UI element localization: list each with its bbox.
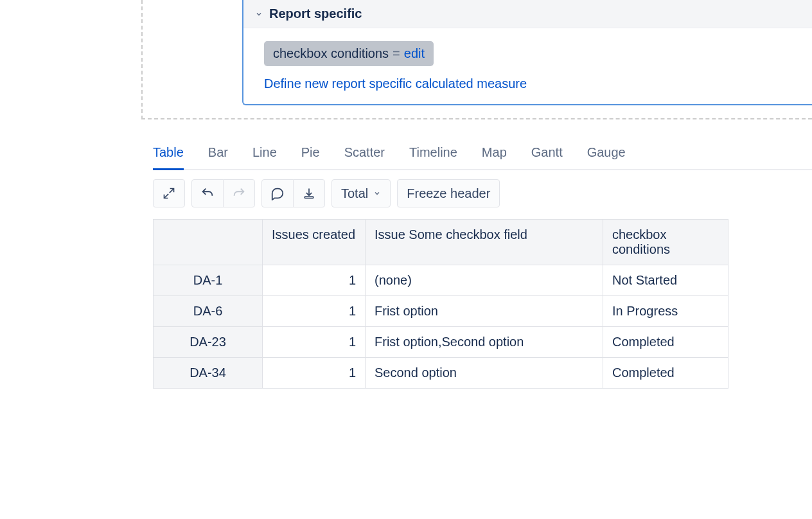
header-issues-created[interactable]: Issues created	[263, 220, 366, 265]
cell-field[interactable]: Frist option	[366, 296, 603, 327]
row-key[interactable]: DA-1	[154, 265, 263, 296]
cell-issues[interactable]: 1	[263, 296, 366, 327]
cell-field[interactable]: Second option	[366, 358, 603, 389]
cell-issues[interactable]: 1	[263, 265, 366, 296]
redo-button[interactable]	[223, 179, 255, 207]
download-button[interactable]	[293, 179, 325, 207]
cell-issues[interactable]: 1	[263, 358, 366, 389]
cell-cond[interactable]: Not Started	[603, 265, 728, 296]
table-row: DA-23 1 Frist option,Second option Compl…	[154, 327, 728, 358]
tab-map[interactable]: Map	[482, 139, 507, 169]
section-title: Report specific	[269, 6, 362, 21]
tab-line[interactable]: Line	[252, 139, 277, 169]
total-dropdown[interactable]: Total	[331, 179, 391, 207]
cell-cond[interactable]: Completed	[603, 358, 728, 389]
row-key[interactable]: DA-34	[154, 358, 263, 389]
expand-button[interactable]	[153, 179, 185, 207]
freeze-header-label: Freeze header	[407, 186, 490, 201]
table-row: DA-1 1 (none) Not Started	[154, 265, 728, 296]
download-icon	[303, 187, 315, 200]
row-key[interactable]: DA-6	[154, 296, 263, 327]
svg-rect-2	[304, 197, 313, 198]
tab-pie[interactable]: Pie	[301, 139, 320, 169]
table-row: DA-6 1 Frist option In Progress	[154, 296, 728, 327]
cell-field[interactable]: (none)	[366, 265, 603, 296]
chart-type-tabs: Table Bar Line Pie Scatter Timeline Map …	[153, 139, 812, 170]
measure-chip[interactable]: checkbox conditions = edit	[264, 41, 434, 66]
svg-line-1	[164, 194, 169, 198]
table-row: DA-34 1 Second option Completed	[154, 358, 728, 389]
chip-name: checkbox conditions	[273, 46, 389, 61]
svg-line-0	[170, 189, 174, 193]
row-key[interactable]: DA-23	[154, 327, 263, 358]
tab-gantt[interactable]: Gantt	[531, 139, 563, 169]
chip-edit-link[interactable]: edit	[404, 46, 425, 61]
report-specific-panel: Report specific checkbox conditions = ed…	[242, 0, 812, 105]
header-checkbox-field[interactable]: Issue Some checkbox field	[366, 220, 603, 265]
cell-field[interactable]: Frist option,Second option	[366, 327, 603, 358]
undo-button[interactable]	[191, 179, 224, 207]
tab-bar[interactable]: Bar	[208, 139, 228, 169]
cell-cond[interactable]: Completed	[603, 327, 728, 358]
define-new-measure-link[interactable]: Define new report specific calculated me…	[264, 76, 812, 91]
undo-icon	[200, 186, 215, 200]
chevron-down-icon	[373, 189, 381, 197]
total-label: Total	[341, 186, 368, 201]
cell-cond[interactable]: In Progress	[603, 296, 728, 327]
freeze-header-button[interactable]: Freeze header	[397, 179, 500, 207]
cell-issues[interactable]: 1	[263, 327, 366, 358]
redo-icon	[232, 186, 246, 200]
table-header-row: Issues created Issue Some checkbox field…	[154, 220, 728, 265]
chip-op: =	[393, 46, 400, 61]
comment-icon	[270, 186, 285, 200]
tab-table[interactable]: Table	[153, 139, 184, 169]
tab-gauge[interactable]: Gauge	[587, 139, 626, 169]
tab-scatter[interactable]: Scatter	[344, 139, 385, 169]
tab-timeline[interactable]: Timeline	[409, 139, 457, 169]
expand-icon	[163, 187, 175, 200]
comment-button[interactable]	[261, 179, 294, 207]
report-specific-header[interactable]: Report specific	[243, 0, 812, 28]
table-toolbar: Total Freeze header	[153, 179, 812, 207]
header-rowkey[interactable]	[154, 220, 263, 265]
results-table: Issues created Issue Some checkbox field…	[153, 219, 728, 389]
chevron-down-icon	[255, 10, 263, 18]
header-conditions[interactable]: checkbox conditions	[603, 220, 728, 265]
